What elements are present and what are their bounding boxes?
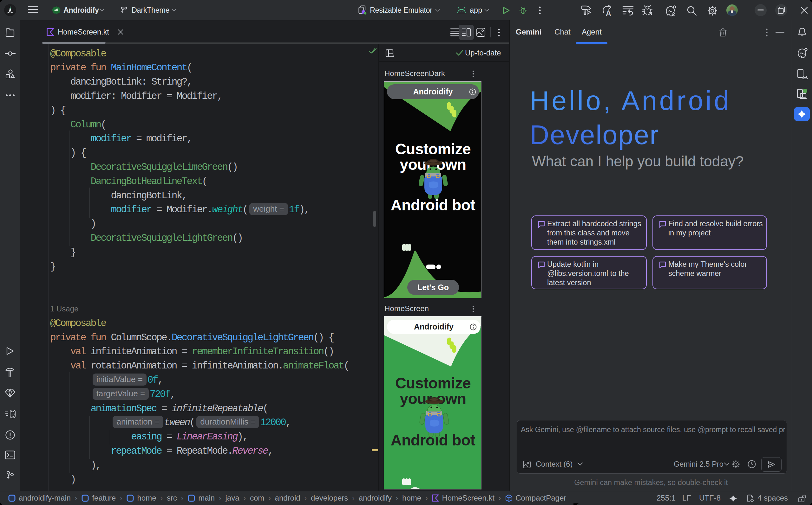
svg-text:A: A <box>606 9 611 16</box>
